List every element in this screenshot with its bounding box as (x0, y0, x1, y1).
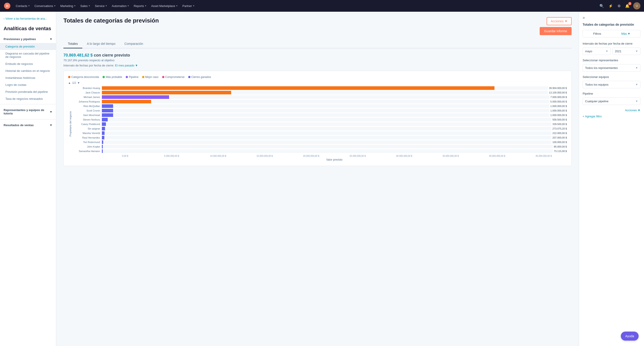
bar-label: Jack Chascin (73, 91, 102, 94)
chart-nav: ▲ 1/2 ▼ (68, 81, 567, 84)
x-axis: 0,00 $5.000.000,00 $10.000.000,00 $15.00… (73, 155, 567, 157)
acciones-button[interactable]: Acciones ▼ (547, 17, 572, 25)
tab-tiempo[interactable]: A lo largo del tiempo (82, 40, 120, 48)
year-select[interactable]: 2021 ▼ (612, 48, 641, 55)
table-row: Jack Chascin13.100.000,00 $ (73, 91, 567, 94)
bar-fill (102, 100, 151, 103)
sidebar-item-logro[interactable]: Logro de cuotas (0, 81, 56, 88)
nav-item-conversations[interactable]: Conversations ▼ (32, 3, 58, 9)
filter-tab-filtros[interactable]: Filtros (583, 30, 612, 37)
nav-item-partner[interactable]: Partner ▼ (180, 3, 197, 9)
guardar-informe-button[interactable]: Guardar informe (540, 27, 572, 35)
bar-value: 100.000,00 $ (552, 141, 567, 143)
x-tick: 40.000.000,00 $ (474, 155, 520, 157)
date-filter-value[interactable]: El mes pasado ▼ (115, 64, 138, 67)
sidebar-item-cascada[interactable]: Diagrama en cascada del pipeline de nego… (0, 50, 56, 60)
team-select[interactable]: Todos los equipos ▼ (582, 81, 640, 88)
date-filter-label: Intervalo de fechas por fecha de cierre: (64, 64, 114, 67)
bar-fill (102, 131, 104, 135)
chart-nav-up-icon[interactable]: ▲ (68, 81, 71, 84)
bar-label: Marsha Viererbl (73, 132, 102, 134)
chart-nav-down-icon[interactable]: ▼ (77, 81, 80, 84)
main-content: Totales de categorías de previsión Accio… (56, 12, 579, 346)
bar-label: Ries McQuillan (73, 105, 102, 107)
chart-inner: Brandon Huang39.904.000,00 $Jack Chascin… (73, 86, 567, 161)
sidebar-section-header-representantes[interactable]: Representantes y equipos de tutoría ▼ (0, 106, 56, 117)
sidebar-section-previsiones: Previsiones y pipelines ▼ Categoría de p… (0, 35, 56, 102)
settings-icon[interactable]: ⚙ (616, 3, 622, 9)
sidebar-item-tasa-retraso[interactable]: Tasa de negocios retrasados (0, 95, 56, 102)
bar-track (102, 104, 550, 108)
nav-item-service[interactable]: Service ▼ (93, 3, 110, 9)
table-row: Johanna Rodriguez5.000.000,00 $ (73, 100, 567, 103)
tab-totales[interactable]: Totales (64, 40, 82, 48)
nav-item-asset-marketplace[interactable]: Asset Marketplace ▼ (149, 3, 180, 9)
notifications-icon[interactable]: 🔔 5 (624, 3, 630, 9)
chevron-down-icon-month: ▼ (606, 50, 608, 53)
bar-fill (102, 118, 108, 121)
nav-item-sales[interactable]: Sales ▼ (78, 3, 92, 9)
bar-track (102, 140, 552, 144)
chart-area: Propietario del negocio Brandon Huang39.… (68, 86, 567, 161)
add-filter-link[interactable]: + Agregar filtro (582, 115, 640, 118)
nav-item-reports[interactable]: Reports ▼ (132, 3, 149, 9)
legend-item-pipeline: Pipeline (126, 75, 138, 79)
bar-label: Samantha Hamann (73, 150, 102, 152)
bar-value: 73.115,00 $ (554, 150, 567, 152)
table-row: Scott Cronin1.000.000,00 $ (73, 109, 567, 112)
chevron-down-icon-nav-sales: ▼ (88, 5, 90, 7)
back-link-label: Volver a las herramientas de ana... (6, 17, 47, 20)
header-actions: Acciones ▼ Guardar informe (540, 17, 572, 35)
sidebar-item-categoria[interactable]: Categoría de previsión (0, 43, 56, 50)
x-tick: 20.000.000,00 $ (288, 155, 334, 157)
rep-value: Todos los representantes (585, 66, 618, 70)
chevron-down-icon-nav-conversations: ▼ (54, 5, 56, 7)
chart-nav-label: 1/2 (72, 81, 76, 84)
sidebar-section-header-previsiones[interactable]: Previsiones y pipelines ▼ (0, 35, 56, 43)
sidebar-title: Analíticas de ventas (0, 24, 56, 35)
collapse-panel-button[interactable]: » (582, 15, 640, 20)
bar-track (102, 118, 552, 121)
rep-select[interactable]: Todos los representantes ▼ (582, 64, 640, 72)
sidebar-item-embudo[interactable]: Embudo de negocios (0, 60, 56, 67)
notification-count: 5 (628, 2, 632, 5)
filter-label-team: Seleccionar equipos (582, 75, 640, 79)
sidebar-item-historial[interactable]: Historial de cambios en el negocio (0, 67, 56, 74)
table-row: Brandon Huang39.904.000,00 $ (73, 86, 567, 90)
nav-item-marketing[interactable]: Marketing ▼ (58, 3, 78, 9)
legend-item-categoría-desconocida: Categoría desconocida (68, 75, 99, 79)
bar-value: 39.904.000,00 $ (549, 87, 567, 89)
chevron-down-icon-nav-asset-marketplace: ▼ (176, 5, 178, 7)
table-row: Casey Peddicord339.500,00 $ (73, 122, 567, 126)
stat-sub: 70.167,8% previsto respecto al objetivo (64, 59, 572, 62)
tab-comparacion[interactable]: Comparación (120, 40, 148, 48)
chevron-down-icon-team: ▼ (636, 83, 638, 86)
right-actions: Acciones ▼ (582, 109, 640, 112)
nav-item-contacts[interactable]: Contacts ▼ (14, 3, 32, 9)
sidebar-section-header-resultados[interactable]: Resultados de ventas ▼ (0, 121, 56, 129)
apps-icon[interactable]: ⚡ (608, 3, 614, 9)
filter-section-team: Seleccionar equipos Todos los equipos ▼ (582, 75, 640, 88)
sidebar-item-instantaneas[interactable]: Instantáneas históricas (0, 74, 56, 81)
bar-value: 273.075,20 $ (552, 127, 567, 130)
sidebar-item-prevision-pond[interactable]: Previsión ponderada del pipeline (0, 88, 56, 95)
back-link[interactable]: ‹ Volver a las herramientas de ana... (0, 15, 56, 22)
hubspot-logo[interactable]: H (4, 2, 11, 10)
bar-fill (102, 86, 494, 90)
bar-label: Scott Cronin (73, 109, 102, 112)
bar-label: Raul Hernandez (73, 136, 102, 139)
month-select[interactable]: mayo ▼ (582, 48, 611, 55)
bar-fill (102, 95, 169, 99)
user-avatar[interactable]: U (633, 2, 640, 10)
bar-fill (102, 109, 113, 112)
nav-item-automation[interactable]: Automation ▼ (110, 3, 132, 9)
bar-label: Tori Rotermund (73, 141, 102, 143)
table-row: Marsha Viererbl222.000,00 $ (73, 131, 567, 135)
pipeline-select[interactable]: Cualquier pipeline ▼ (582, 98, 640, 105)
search-icon[interactable]: 🔍 (598, 3, 605, 9)
help-button[interactable]: Ayuda (621, 331, 638, 340)
acciones-link[interactable]: Acciones ▼ (625, 109, 640, 112)
bar-track (102, 149, 553, 153)
bar-track (102, 136, 552, 139)
filter-tab-more[interactable]: Más ▼ (612, 30, 640, 37)
